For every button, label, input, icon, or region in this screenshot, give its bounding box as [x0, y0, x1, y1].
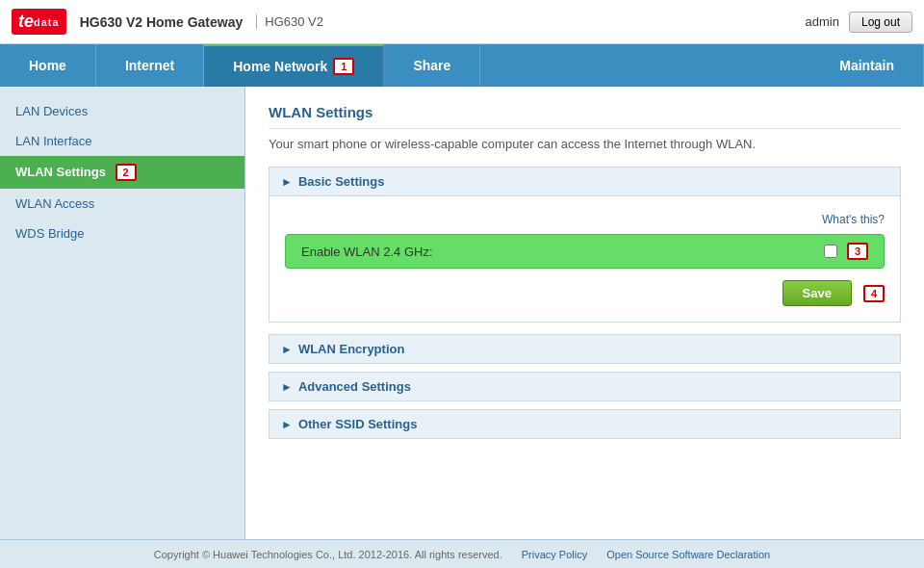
logo-data-text: data — [34, 16, 60, 28]
other-ssid-header[interactable]: ► Other SSID Settings — [269, 409, 901, 439]
nav-home[interactable]: Home — [0, 44, 96, 87]
other-ssid-label: Other SSID Settings — [298, 417, 418, 431]
basic-settings-arrow: ► — [281, 175, 293, 189]
advanced-settings-header[interactable]: ► Advanced Settings — [269, 372, 901, 401]
basic-settings-header[interactable]: ► Basic Settings — [269, 167, 901, 196]
copyright-text: Copyright © Huawei Technologies Co., Ltd… — [154, 549, 502, 560]
page-description: Your smart phone or wireless-capable com… — [269, 137, 901, 151]
advanced-settings-arrow: ► — [281, 380, 293, 394]
enable-wlan-row: Enable WLAN 2.4 GHz: 3 — [285, 234, 885, 269]
sidebar-item-wlan-settings[interactable]: WLAN Settings 2 — [0, 156, 244, 189]
wlan-encryption-header[interactable]: ► WLAN Encryption — [269, 334, 901, 364]
sidebar-wlan-badge: 2 — [116, 164, 137, 181]
logo: tedata — [12, 9, 66, 35]
page-title: WLAN Settings — [269, 104, 901, 129]
wlan-encryption-label: WLAN Encryption — [298, 342, 405, 356]
badge-4: 4 — [863, 285, 885, 302]
basic-settings-body: What's this? Enable WLAN 2.4 GHz: 3 Save… — [269, 196, 901, 323]
main-nav: Home Internet Home Network 1 Share Maint… — [0, 44, 924, 87]
save-button[interactable]: Save — [783, 280, 852, 306]
nav-maintain[interactable]: Maintain — [810, 44, 924, 87]
nav-home-network[interactable]: Home Network 1 — [204, 44, 384, 87]
nav-home-network-badge: 1 — [333, 58, 354, 75]
advanced-settings-label: Advanced Settings — [298, 379, 411, 394]
whats-this-area: What's this? — [285, 212, 885, 226]
opensource-link[interactable]: Open Source Software Declaration — [606, 549, 770, 560]
badge-3: 3 — [847, 243, 868, 260]
privacy-policy-link[interactable]: Privacy Policy — [522, 549, 587, 560]
admin-label: admin — [806, 14, 839, 29]
nav-internet[interactable]: Internet — [96, 44, 204, 87]
main-content: WLAN Settings Your smart phone or wirele… — [245, 87, 924, 539]
sidebar: LAN Devices LAN Interface WLAN Settings … — [0, 87, 245, 539]
logo-icon: te — [18, 12, 34, 32]
gateway-title: HG630 V2 Home Gateway — [80, 14, 244, 30]
sidebar-item-wlan-access[interactable]: WLAN Access — [0, 189, 244, 219]
wlan-encryption-arrow: ► — [281, 343, 293, 356]
enable-wlan-checkbox[interactable] — [824, 245, 837, 258]
sidebar-item-lan-interface[interactable]: LAN Interface — [0, 126, 244, 156]
content-wrapper: LAN Devices LAN Interface WLAN Settings … — [0, 87, 924, 539]
enable-wlan-label: Enable WLAN 2.4 GHz: — [301, 245, 824, 259]
whats-this-link[interactable]: What's this? — [822, 213, 885, 226]
save-area: Save 4 — [285, 280, 885, 306]
header: tedata HG630 V2 Home Gateway HG630 V2 ad… — [0, 0, 924, 44]
logo-area: tedata HG630 V2 Home Gateway HG630 V2 — [12, 9, 323, 35]
sidebar-item-wds-bridge[interactable]: WDS Bridge — [0, 219, 244, 248]
other-ssid-arrow: ► — [281, 418, 293, 431]
basic-settings-label: Basic Settings — [298, 174, 385, 189]
gateway-model: HG630 V2 — [256, 14, 323, 29]
logout-button[interactable]: Log out — [849, 12, 912, 33]
nav-share[interactable]: Share — [384, 44, 480, 87]
footer: Copyright © Huawei Technologies Co., Ltd… — [0, 539, 924, 568]
sidebar-item-lan-devices[interactable]: LAN Devices — [0, 96, 244, 126]
header-right: admin Log out — [806, 12, 912, 33]
